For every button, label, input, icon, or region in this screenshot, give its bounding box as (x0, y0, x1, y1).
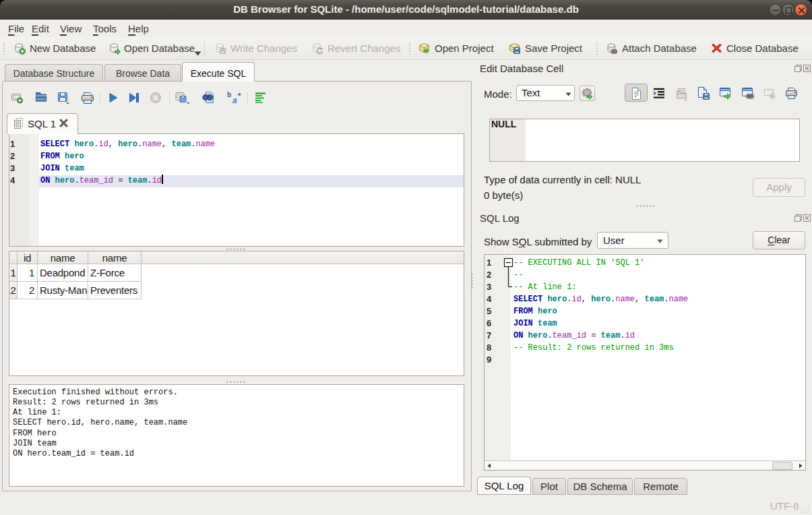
svg-text:a: a (232, 96, 237, 104)
svg-text:b: b (227, 91, 231, 98)
